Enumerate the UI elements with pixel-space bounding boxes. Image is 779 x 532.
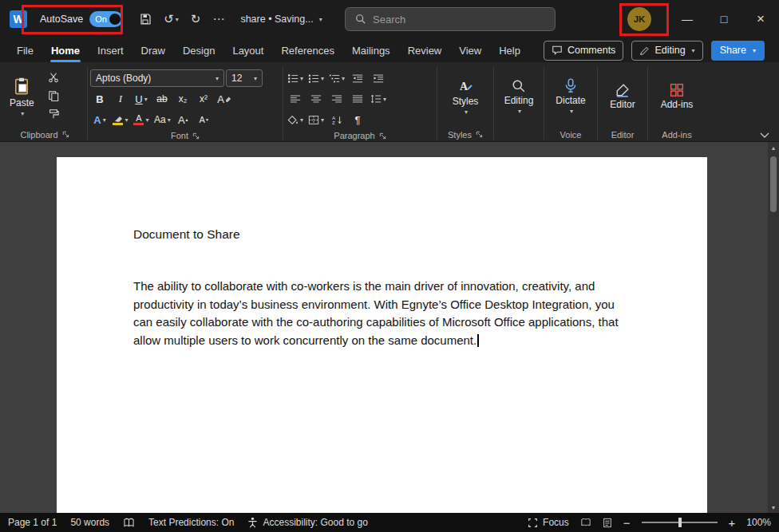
font-size-combobox[interactable]: 12 ▾ bbox=[226, 69, 263, 87]
styles-dialog-launcher[interactable] bbox=[476, 131, 483, 138]
numbering-button[interactable]: ▾ bbox=[306, 69, 326, 88]
subscript-button[interactable]: x₂ bbox=[173, 90, 192, 108]
shrink-font-button[interactable]: A ▼ bbox=[195, 111, 214, 129]
format-painter-button[interactable] bbox=[44, 104, 63, 123]
account-avatar[interactable]: JK bbox=[627, 7, 651, 31]
line-spacing-button[interactable]: ▾ bbox=[369, 90, 388, 108]
tab-draw[interactable]: Draw bbox=[132, 41, 174, 61]
collapse-ribbon-button[interactable] bbox=[760, 132, 769, 139]
copy-button[interactable] bbox=[44, 86, 63, 104]
clipboard-dialog-launcher[interactable] bbox=[62, 131, 69, 138]
borders-button[interactable]: ▾ bbox=[306, 111, 326, 129]
show-paragraph-marks-button[interactable]: ¶ bbox=[348, 111, 367, 129]
autosave-toggle[interactable]: On bbox=[89, 11, 123, 27]
tab-references[interactable]: References bbox=[272, 41, 342, 61]
editor-button[interactable]: Editor bbox=[605, 65, 639, 128]
comments-button[interactable]: Comments bbox=[544, 41, 623, 61]
save-button[interactable] bbox=[139, 13, 152, 26]
tab-home[interactable]: Home bbox=[42, 41, 89, 61]
align-center-button[interactable] bbox=[306, 90, 326, 108]
tab-help[interactable]: Help bbox=[490, 41, 529, 61]
addins-button[interactable]: Add-ins bbox=[656, 65, 698, 128]
zoom-slider[interactable] bbox=[642, 522, 718, 523]
tab-layout[interactable]: Layout bbox=[223, 41, 272, 61]
bullets-button[interactable]: ▾ bbox=[286, 69, 305, 88]
status-bar: Page 1 of 1 50 words Text Predictions: O… bbox=[0, 513, 779, 532]
focus-mode-button[interactable]: Focus bbox=[528, 517, 569, 528]
font-group: Aptos (Body) ▾ 12 ▾ B I U ▾ ab bbox=[90, 65, 280, 141]
clear-formatting-button[interactable]: A bbox=[215, 90, 234, 108]
maximize-button[interactable]: □ bbox=[706, 0, 742, 38]
zoom-level[interactable]: 100% bbox=[746, 517, 771, 528]
italic-button[interactable]: I bbox=[111, 90, 130, 108]
paste-button[interactable]: Paste ▾ bbox=[5, 65, 39, 128]
decrease-indent-button[interactable] bbox=[348, 69, 367, 88]
tab-review[interactable]: Review bbox=[399, 41, 451, 61]
multilevel-list-button[interactable]: ▾ bbox=[327, 69, 346, 88]
scrollbar-thumb[interactable] bbox=[770, 156, 777, 212]
search-input[interactable] bbox=[373, 14, 532, 26]
borders-icon bbox=[308, 115, 319, 125]
tab-insert[interactable]: Insert bbox=[89, 41, 132, 61]
increase-indent-button[interactable] bbox=[369, 69, 388, 88]
shading-button[interactable]: ▾ bbox=[286, 111, 305, 129]
share-button[interactable]: Share ▾ bbox=[711, 41, 765, 61]
text-effects-button[interactable]: A ▾ bbox=[90, 111, 109, 129]
search-bar[interactable] bbox=[345, 7, 556, 31]
highlight-color-button[interactable]: ▾ bbox=[111, 111, 130, 129]
document-page[interactable]: Document to Share The ability to collabo… bbox=[57, 157, 707, 513]
align-right-button[interactable] bbox=[327, 90, 346, 108]
dictate-button[interactable]: Dictate ▾ bbox=[551, 65, 590, 128]
editing-button[interactable]: Editing ▾ bbox=[500, 65, 539, 128]
print-layout-button[interactable] bbox=[603, 518, 612, 528]
chevron-down-icon: ▾ bbox=[216, 75, 219, 82]
zoom-out-button[interactable]: − bbox=[623, 516, 631, 530]
styles-group: A Styles ▾ Styles bbox=[440, 65, 491, 141]
tab-design[interactable]: Design bbox=[174, 41, 223, 61]
font-name-combobox[interactable]: Aptos (Body) ▾ bbox=[90, 69, 224, 87]
document-title-status[interactable]: share • Saving... ▾ bbox=[240, 14, 322, 25]
minimize-button[interactable]: — bbox=[669, 0, 706, 38]
zoom-in-button[interactable]: + bbox=[729, 516, 736, 530]
styles-button[interactable]: A Styles ▾ bbox=[448, 65, 484, 128]
word-app-icon[interactable]: W bbox=[10, 10, 27, 28]
sort-button[interactable]: AZ bbox=[327, 111, 346, 129]
customize-quick-access-button[interactable]: ⋯ bbox=[212, 12, 224, 26]
chevron-down-icon: ▾ bbox=[319, 16, 322, 23]
tab-view[interactable]: View bbox=[450, 41, 490, 61]
text-predictions-status[interactable]: Text Predictions: On bbox=[148, 517, 234, 528]
scroll-up-button[interactable]: ▲ bbox=[768, 142, 779, 153]
align-center-icon bbox=[310, 94, 322, 104]
read-mode-button[interactable] bbox=[580, 518, 591, 527]
ribbon: Paste ▾ Clipboard bbox=[0, 62, 779, 142]
strikethrough-button[interactable]: ab bbox=[152, 90, 172, 108]
justify-button[interactable] bbox=[348, 90, 367, 108]
tab-mailings[interactable]: Mailings bbox=[343, 41, 399, 61]
tab-file[interactable]: File bbox=[8, 41, 42, 61]
quick-access-toolbar: ↺ ▾ ↻ ⋯ bbox=[139, 12, 224, 26]
scroll-down-button[interactable]: ▼ bbox=[768, 502, 779, 513]
font-dialog-launcher[interactable] bbox=[192, 132, 200, 140]
paragraph-dialog-launcher[interactable] bbox=[379, 132, 386, 140]
bold-button[interactable]: B bbox=[90, 90, 109, 108]
cut-button[interactable] bbox=[44, 68, 63, 86]
grow-font-button[interactable]: A ▲ bbox=[174, 111, 193, 129]
word-count[interactable]: 50 words bbox=[70, 517, 109, 528]
close-button[interactable]: × bbox=[742, 0, 779, 38]
align-left-button[interactable] bbox=[286, 90, 305, 108]
page-indicator[interactable]: Page 1 of 1 bbox=[8, 517, 57, 528]
accessibility-status[interactable]: Accessibility: Good to go bbox=[247, 517, 367, 528]
font-color-button[interactable]: A ▾ bbox=[132, 111, 151, 129]
editing-mode-button[interactable]: Editing ▾ bbox=[631, 41, 702, 61]
change-case-button[interactable]: Aa ▾ bbox=[152, 111, 172, 129]
proofing-status[interactable] bbox=[123, 518, 135, 528]
zoom-slider-thumb[interactable] bbox=[678, 518, 682, 527]
group-separator bbox=[87, 67, 88, 140]
vertical-scrollbar[interactable]: ▲ ▼ bbox=[768, 142, 779, 513]
chevron-down-icon: ▾ bbox=[144, 96, 148, 103]
redo-button[interactable]: ↻ bbox=[191, 12, 201, 26]
superscript-button[interactable]: x² bbox=[194, 90, 213, 108]
statusbar-right: Focus − + 100% bbox=[528, 516, 771, 530]
undo-button[interactable]: ↺ ▾ bbox=[164, 12, 179, 26]
underline-button[interactable]: U ▾ bbox=[132, 90, 151, 108]
